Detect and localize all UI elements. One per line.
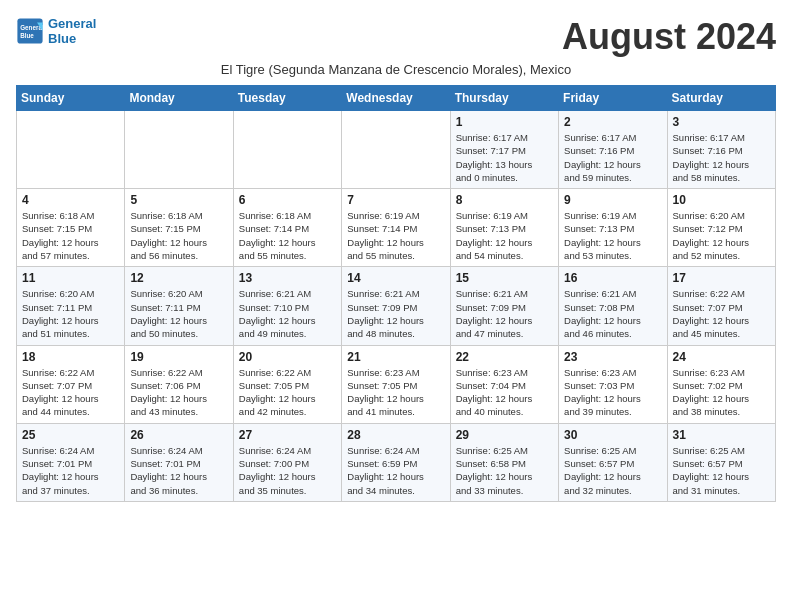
calendar-cell: 23Sunrise: 6:23 AM Sunset: 7:03 PM Dayli…	[559, 345, 667, 423]
calendar-cell: 1Sunrise: 6:17 AM Sunset: 7:17 PM Daylig…	[450, 111, 558, 189]
month-title: August 2024	[562, 16, 776, 58]
subtitle: El Tigre (Segunda Manzana de Crescencio …	[16, 62, 776, 77]
calendar-cell: 30Sunrise: 6:25 AM Sunset: 6:57 PM Dayli…	[559, 423, 667, 501]
header-tuesday: Tuesday	[233, 86, 341, 111]
header-friday: Friday	[559, 86, 667, 111]
calendar-cell: 10Sunrise: 6:20 AM Sunset: 7:12 PM Dayli…	[667, 189, 775, 267]
svg-text:Blue: Blue	[20, 32, 34, 39]
day-info: Sunrise: 6:24 AM Sunset: 6:59 PM Dayligh…	[347, 444, 444, 497]
day-info: Sunrise: 6:17 AM Sunset: 7:16 PM Dayligh…	[673, 131, 770, 184]
day-number: 16	[564, 271, 661, 285]
calendar-cell	[342, 111, 450, 189]
day-info: Sunrise: 6:25 AM Sunset: 6:57 PM Dayligh…	[564, 444, 661, 497]
day-number: 15	[456, 271, 553, 285]
calendar-cell: 21Sunrise: 6:23 AM Sunset: 7:05 PM Dayli…	[342, 345, 450, 423]
day-info: Sunrise: 6:25 AM Sunset: 6:57 PM Dayligh…	[673, 444, 770, 497]
week-row-5: 25Sunrise: 6:24 AM Sunset: 7:01 PM Dayli…	[17, 423, 776, 501]
week-row-2: 4Sunrise: 6:18 AM Sunset: 7:15 PM Daylig…	[17, 189, 776, 267]
svg-rect-0	[17, 18, 42, 43]
calendar-cell: 11Sunrise: 6:20 AM Sunset: 7:11 PM Dayli…	[17, 267, 125, 345]
day-info: Sunrise: 6:19 AM Sunset: 7:13 PM Dayligh…	[456, 209, 553, 262]
day-info: Sunrise: 6:22 AM Sunset: 7:05 PM Dayligh…	[239, 366, 336, 419]
day-number: 12	[130, 271, 227, 285]
day-number: 1	[456, 115, 553, 129]
day-info: Sunrise: 6:20 AM Sunset: 7:11 PM Dayligh…	[22, 287, 119, 340]
calendar-cell: 14Sunrise: 6:21 AM Sunset: 7:09 PM Dayli…	[342, 267, 450, 345]
calendar-cell: 13Sunrise: 6:21 AM Sunset: 7:10 PM Dayli…	[233, 267, 341, 345]
calendar-cell: 2Sunrise: 6:17 AM Sunset: 7:16 PM Daylig…	[559, 111, 667, 189]
day-info: Sunrise: 6:22 AM Sunset: 7:06 PM Dayligh…	[130, 366, 227, 419]
day-info: Sunrise: 6:25 AM Sunset: 6:58 PM Dayligh…	[456, 444, 553, 497]
day-number: 8	[456, 193, 553, 207]
day-info: Sunrise: 6:23 AM Sunset: 7:03 PM Dayligh…	[564, 366, 661, 419]
calendar-cell: 31Sunrise: 6:25 AM Sunset: 6:57 PM Dayli…	[667, 423, 775, 501]
calendar-cell: 22Sunrise: 6:23 AM Sunset: 7:04 PM Dayli…	[450, 345, 558, 423]
day-number: 21	[347, 350, 444, 364]
day-number: 13	[239, 271, 336, 285]
day-number: 23	[564, 350, 661, 364]
day-number: 7	[347, 193, 444, 207]
calendar-cell: 24Sunrise: 6:23 AM Sunset: 7:02 PM Dayli…	[667, 345, 775, 423]
logo-text: General Blue	[48, 16, 96, 46]
day-number: 3	[673, 115, 770, 129]
calendar-header-row: SundayMondayTuesdayWednesdayThursdayFrid…	[17, 86, 776, 111]
day-info: Sunrise: 6:21 AM Sunset: 7:08 PM Dayligh…	[564, 287, 661, 340]
day-info: Sunrise: 6:20 AM Sunset: 7:12 PM Dayligh…	[673, 209, 770, 262]
day-info: Sunrise: 6:22 AM Sunset: 7:07 PM Dayligh…	[22, 366, 119, 419]
day-info: Sunrise: 6:23 AM Sunset: 7:05 PM Dayligh…	[347, 366, 444, 419]
day-number: 25	[22, 428, 119, 442]
header-wednesday: Wednesday	[342, 86, 450, 111]
day-number: 30	[564, 428, 661, 442]
day-number: 28	[347, 428, 444, 442]
calendar-cell: 26Sunrise: 6:24 AM Sunset: 7:01 PM Dayli…	[125, 423, 233, 501]
calendar-cell: 7Sunrise: 6:19 AM Sunset: 7:14 PM Daylig…	[342, 189, 450, 267]
day-info: Sunrise: 6:19 AM Sunset: 7:14 PM Dayligh…	[347, 209, 444, 262]
calendar-cell: 16Sunrise: 6:21 AM Sunset: 7:08 PM Dayli…	[559, 267, 667, 345]
calendar-cell: 19Sunrise: 6:22 AM Sunset: 7:06 PM Dayli…	[125, 345, 233, 423]
day-number: 9	[564, 193, 661, 207]
day-info: Sunrise: 6:23 AM Sunset: 7:04 PM Dayligh…	[456, 366, 553, 419]
calendar-cell: 5Sunrise: 6:18 AM Sunset: 7:15 PM Daylig…	[125, 189, 233, 267]
day-info: Sunrise: 6:21 AM Sunset: 7:09 PM Dayligh…	[347, 287, 444, 340]
calendar-cell: 9Sunrise: 6:19 AM Sunset: 7:13 PM Daylig…	[559, 189, 667, 267]
day-number: 26	[130, 428, 227, 442]
day-number: 31	[673, 428, 770, 442]
week-row-1: 1Sunrise: 6:17 AM Sunset: 7:17 PM Daylig…	[17, 111, 776, 189]
day-info: Sunrise: 6:18 AM Sunset: 7:14 PM Dayligh…	[239, 209, 336, 262]
header-monday: Monday	[125, 86, 233, 111]
calendar-cell: 8Sunrise: 6:19 AM Sunset: 7:13 PM Daylig…	[450, 189, 558, 267]
day-number: 27	[239, 428, 336, 442]
calendar-cell: 25Sunrise: 6:24 AM Sunset: 7:01 PM Dayli…	[17, 423, 125, 501]
calendar-cell: 18Sunrise: 6:22 AM Sunset: 7:07 PM Dayli…	[17, 345, 125, 423]
page-header: General Blue General Blue August 2024	[16, 16, 776, 58]
title-block: August 2024	[562, 16, 776, 58]
calendar: SundayMondayTuesdayWednesdayThursdayFrid…	[16, 85, 776, 502]
week-row-4: 18Sunrise: 6:22 AM Sunset: 7:07 PM Dayli…	[17, 345, 776, 423]
day-info: Sunrise: 6:17 AM Sunset: 7:17 PM Dayligh…	[456, 131, 553, 184]
calendar-cell: 27Sunrise: 6:24 AM Sunset: 7:00 PM Dayli…	[233, 423, 341, 501]
day-info: Sunrise: 6:17 AM Sunset: 7:16 PM Dayligh…	[564, 131, 661, 184]
day-number: 19	[130, 350, 227, 364]
day-number: 29	[456, 428, 553, 442]
day-info: Sunrise: 6:18 AM Sunset: 7:15 PM Dayligh…	[130, 209, 227, 262]
day-info: Sunrise: 6:23 AM Sunset: 7:02 PM Dayligh…	[673, 366, 770, 419]
day-info: Sunrise: 6:21 AM Sunset: 7:10 PM Dayligh…	[239, 287, 336, 340]
day-info: Sunrise: 6:24 AM Sunset: 7:01 PM Dayligh…	[22, 444, 119, 497]
logo: General Blue General Blue	[16, 16, 96, 46]
header-saturday: Saturday	[667, 86, 775, 111]
day-number: 10	[673, 193, 770, 207]
day-number: 6	[239, 193, 336, 207]
day-info: Sunrise: 6:20 AM Sunset: 7:11 PM Dayligh…	[130, 287, 227, 340]
calendar-cell: 12Sunrise: 6:20 AM Sunset: 7:11 PM Dayli…	[125, 267, 233, 345]
logo-icon: General Blue	[16, 17, 44, 45]
header-thursday: Thursday	[450, 86, 558, 111]
day-number: 4	[22, 193, 119, 207]
day-number: 2	[564, 115, 661, 129]
calendar-cell	[17, 111, 125, 189]
calendar-cell: 17Sunrise: 6:22 AM Sunset: 7:07 PM Dayli…	[667, 267, 775, 345]
day-info: Sunrise: 6:18 AM Sunset: 7:15 PM Dayligh…	[22, 209, 119, 262]
header-sunday: Sunday	[17, 86, 125, 111]
day-number: 17	[673, 271, 770, 285]
day-number: 24	[673, 350, 770, 364]
calendar-cell: 28Sunrise: 6:24 AM Sunset: 6:59 PM Dayli…	[342, 423, 450, 501]
